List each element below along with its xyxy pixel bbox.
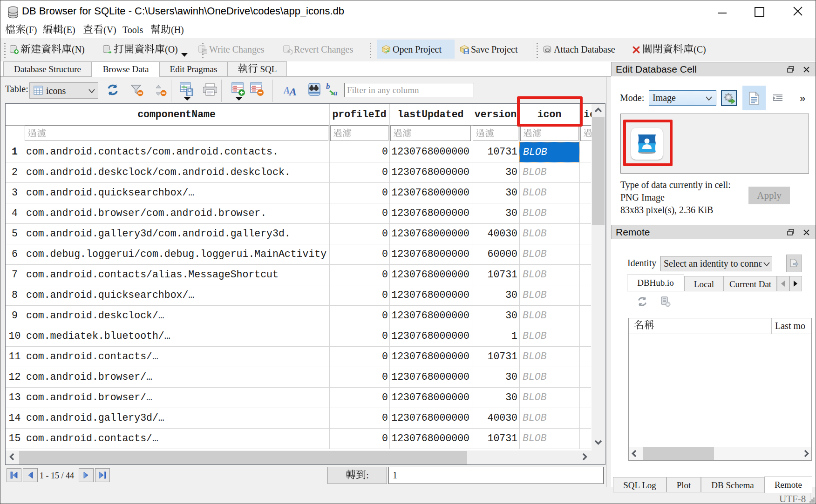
svg-text:b: b <box>326 82 330 91</box>
svg-text:A: A <box>288 86 297 96</box>
svg-text:a: a <box>333 88 338 97</box>
